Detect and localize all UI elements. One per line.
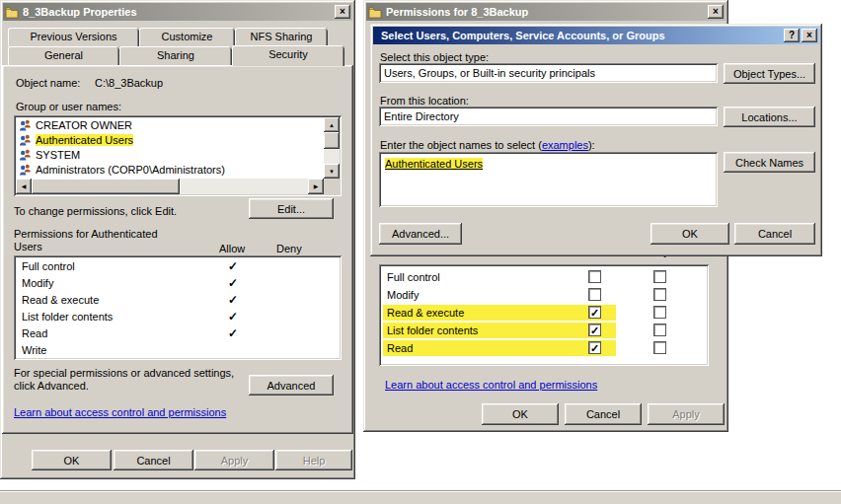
taskbar[interactable] [0,490,841,504]
group-name: SYSTEM [36,149,80,161]
object-type-field[interactable]: Users, Groups, or Built-in security prin… [379,63,718,83]
learn-about-permissions-link[interactable]: Learn about access control and permissio… [14,406,226,418]
object-name-value: C:\8_3Backup [95,77,163,89]
close-icon[interactable]: × [802,29,817,42]
permissions-titlebar[interactable]: Permissions for 8_3Backup × [366,3,726,21]
tab-customize[interactable]: Customize [139,28,235,46]
select-users-titlebar[interactable]: Select Users, Computers, Service Account… [373,27,819,44]
vertical-scrollbar[interactable]: ▲ ▼ [324,117,340,179]
permissions-dialog-title: Permissions for 8_3Backup [386,6,706,18]
cancel-button[interactable]: Cancel [114,450,193,470]
tab-sharing[interactable]: Sharing [119,46,232,65]
group-icon [19,149,32,161]
properties-dialog-window: 8_3Backup Properties × Previous Versions… [0,0,355,479]
group-name: Administrators (CORP0\Administrators) [36,164,225,176]
edit-button[interactable]: Edit... [249,198,334,219]
permission-row[interactable]: List folder contents ✓ [381,322,707,339]
permissions-caption: Permissions for Authenticated [14,228,158,240]
horizontal-scrollbar[interactable]: ◀ ▶ [16,179,324,194]
permission-row[interactable]: Full control ✓ [16,258,340,275]
check-names-button[interactable]: Check Names [724,152,815,173]
cancel-button[interactable]: Cancel [734,223,815,245]
scrollbar-thumb[interactable] [324,132,340,149]
ok-button[interactable]: OK [32,450,112,470]
location-field[interactable]: Entire Directory [379,107,718,126]
object-types-button[interactable]: Object Types... [724,63,815,84]
permission-row[interactable]: Modify ✓ [16,275,340,292]
list-item[interactable]: CREATOR OWNER [16,117,324,132]
object-names-label: Enter the object names to select (exampl… [380,139,595,151]
permission-row[interactable]: Read & execute ✓ [16,292,340,309]
permission-row[interactable]: Read ✓ [16,325,340,342]
scroll-up-icon[interactable]: ▲ [324,117,340,132]
select-users-dialog-window: Select Users, Computers, Service Account… [370,24,822,256]
help-button[interactable]: Help [275,450,352,470]
ok-button[interactable]: OK [482,403,559,425]
permission-label: Read & execute [22,294,99,306]
close-icon[interactable]: × [335,5,350,19]
allow-checkbox[interactable]: ✓ [588,324,601,336]
examples-link[interactable]: examples [542,139,588,151]
tab-security[interactable]: Security [232,45,344,66]
permissions-list-rows: Full control ✓ Modify ✓ Read & execute ✓… [16,258,340,358]
advanced-hint: For special permissions or advanced sett… [14,367,234,379]
allow-checkmark: ✓ [213,275,253,292]
scroll-left-icon[interactable]: ◀ [16,179,32,194]
advanced-button[interactable]: Advanced... [379,223,462,245]
deny-checkbox[interactable] [653,306,666,319]
group-user-list-items: CREATOR OWNER Authenticated Users SYSTEM… [16,117,324,179]
scrollbar-corner [324,179,340,194]
tab-previous-versions[interactable]: Previous Versions [8,28,139,46]
permissions-list: Full control ✓ Modify ✓ Read & execute ✓… [14,255,342,360]
permissions-caption: Users [14,241,42,252]
deny-checkbox[interactable] [653,341,666,354]
allow-checkmark: ✓ [213,292,253,309]
deny-checkbox[interactable] [653,288,666,301]
apply-button[interactable]: Apply [648,403,725,425]
list-item[interactable]: Administrators (CORP0\Administrators) [16,162,324,177]
cancel-button[interactable]: Cancel [565,403,642,425]
permission-row[interactable]: Full control [381,268,707,286]
advanced-button[interactable]: Advanced [249,375,334,396]
allow-checkbox[interactable]: ✓ [588,341,601,354]
ok-button[interactable]: OK [650,223,729,245]
permission-row[interactable]: Write [16,342,340,358]
permission-label: Modify [387,289,419,301]
object-names-input[interactable]: Authenticated Users [379,152,718,207]
permission-label: Full control [22,260,75,272]
allow-checkbox[interactable]: ✓ [588,306,601,319]
deny-checkbox[interactable] [653,324,666,336]
allow-checkmark: ✓ [213,258,253,275]
group-icon [19,134,32,146]
permission-row[interactable]: Modify [381,286,707,304]
allow-column-header: Allow [219,243,245,254]
deny-checkbox[interactable] [653,270,666,283]
permission-row[interactable]: Read & execute ✓ [381,304,707,322]
group-icon [19,164,32,176]
select-users-dialog-title: Select Users, Computers, Service Account… [381,30,782,41]
scrollbar-thumb[interactable] [32,179,180,194]
permission-label: List folder contents [22,311,113,323]
properties-titlebar[interactable]: 8_3Backup Properties × [3,3,352,21]
learn-about-permissions-link[interactable]: Learn about access control and permissio… [385,379,597,391]
help-icon[interactable]: ? [784,29,800,42]
permission-label: List folder contents [387,324,478,336]
permission-label: Modify [22,277,53,289]
desktop: 8_3Backup Properties × Previous Versions… [0,0,841,504]
permission-row[interactable]: List folder contents ✓ [16,309,340,325]
permission-row[interactable]: Read ✓ [381,339,707,357]
list-item[interactable]: SYSTEM [16,147,324,162]
list-item[interactable]: Authenticated Users [16,132,324,147]
scroll-right-icon[interactable]: ▶ [308,179,324,194]
group-icon [19,119,32,131]
apply-button[interactable]: Apply [194,450,274,470]
close-icon[interactable]: × [708,5,724,19]
permission-label: Read & execute [387,307,464,319]
tab-general[interactable]: General [8,46,119,65]
allow-checkbox[interactable] [588,288,601,301]
tab-nfs-sharing[interactable]: NFS Sharing [235,28,328,46]
allow-checkbox[interactable] [588,270,601,283]
scroll-down-icon[interactable]: ▼ [324,164,340,179]
locations-button[interactable]: Locations... [724,107,815,127]
object-type-value: Users, Groups, or Built-in security prin… [384,67,595,79]
